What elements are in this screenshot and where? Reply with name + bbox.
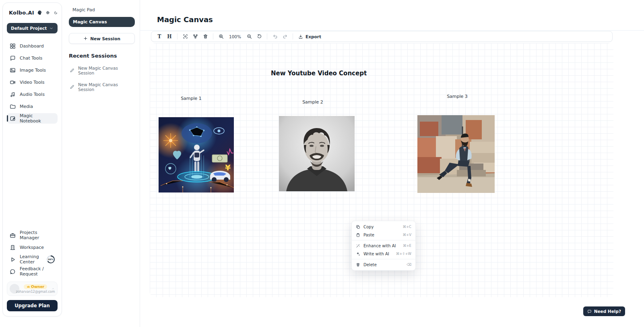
feedback-bubble-icon (10, 269, 16, 275)
magic-pad-item[interactable]: Magic Pad (69, 6, 135, 14)
sidebar-item-chat-tools[interactable]: Chat Tools (7, 53, 58, 63)
trash-icon (203, 34, 208, 39)
magic-canvas-item[interactable]: Magic Canvas (69, 17, 135, 27)
new-session-button[interactable]: New Session (69, 33, 135, 44)
menu-item-label: Copy (363, 225, 399, 229)
context-menu-copy[interactable]: Copy ⌘+C (352, 223, 415, 231)
project-selector-label: Default Project (11, 26, 47, 31)
bw-portrait-art (279, 116, 355, 191)
toolbar-divider (267, 33, 267, 39)
dark-mode-moon-icon[interactable] (54, 10, 58, 15)
zoom-in-icon (219, 34, 224, 39)
sample-3-label[interactable]: Sample 3 (447, 94, 468, 99)
sidebar-item-learning-center[interactable]: Learning Center 66% (7, 254, 58, 265)
undo-icon (272, 34, 278, 39)
menu-item-shortcut: ⌘+V (403, 233, 411, 237)
sparkles-icon (356, 252, 360, 256)
sample-2-label[interactable]: Sample 2 (302, 99, 323, 105)
video-camera-icon (10, 79, 16, 85)
logo-row: Kolbo.AI (7, 9, 58, 16)
sidebar-item-video-tools[interactable]: Video Tools (7, 77, 58, 87)
image-icon (10, 67, 16, 73)
download-icon (298, 34, 303, 39)
toolbar-divider (213, 33, 213, 39)
pencil-icon (70, 85, 74, 89)
language-globe-icon[interactable] (46, 10, 50, 15)
zoom-out-button[interactable] (245, 32, 254, 41)
sample-3-image[interactable] (417, 115, 495, 193)
sample-1-image[interactable]: ¥ (159, 117, 234, 192)
delete-tool-button[interactable] (201, 32, 210, 41)
session-list-item[interactable]: New Magic Canvas Session (69, 66, 135, 75)
building-icon (10, 244, 16, 250)
zoom-out-icon (247, 34, 252, 39)
dashboard-grid-icon (10, 43, 16, 49)
context-menu-paste[interactable]: Paste ⌘+V (352, 231, 415, 239)
crown-icon (27, 285, 30, 288)
menu-item-label: Delete (363, 263, 403, 267)
session-list-item[interactable]: New Magic Canvas Session (69, 82, 135, 92)
capture-tool-button[interactable] (181, 32, 190, 41)
text-tool-button[interactable]: T (155, 32, 164, 41)
capture-frame-icon (183, 34, 188, 39)
sidebar-item-dashboard[interactable]: Dashboard (7, 41, 58, 51)
toolbar-divider (177, 33, 178, 39)
ai-robot-collage-art: ¥ (159, 117, 234, 192)
briefcase-icon (10, 232, 16, 238)
learning-progress-value: 66% (48, 257, 54, 263)
menu-item-label: Paste (363, 233, 400, 237)
sidebar-footer-nav: Projects Manager Workspace Learning Cent… (7, 230, 58, 277)
redo-icon (283, 34, 288, 39)
sidebar-item-projects-manager[interactable]: Projects Manager (7, 230, 58, 240)
sidebar-item-label: Dashboard (20, 43, 44, 49)
sidebar-item-image-tools[interactable]: Image Tools (7, 65, 58, 75)
sidebar-item-label: Learning Center (20, 254, 42, 265)
redo-button[interactable] (281, 32, 289, 41)
heading-tool-button[interactable]: H (165, 32, 174, 41)
magic-canvas-grid[interactable]: New Youtube Video Concept Sample 1 Sampl… (150, 43, 613, 297)
canvas-heading-text[interactable]: New Youtube Video Concept (271, 70, 367, 77)
upgrade-plan-button[interactable]: Upgrade Plan (7, 300, 58, 311)
context-menu-write-with-ai[interactable]: Write with AI ⌘+⇧+W (352, 250, 415, 258)
need-help-button[interactable]: Need Help? (583, 306, 625, 316)
reset-view-button[interactable] (255, 32, 264, 41)
sidebar-item-label: Media (20, 104, 33, 109)
rotate-reset-icon (257, 34, 262, 39)
sidebar-item-label: Image Tools (20, 68, 46, 73)
menu-divider (352, 240, 415, 240)
session-name: New Magic Canvas Session (78, 82, 135, 92)
context-menu-enhance-with-ai[interactable]: Enhance with AI ⌘+E (352, 242, 415, 250)
sidebar-item-workspace[interactable]: Workspace (7, 242, 58, 252)
project-selector[interactable]: Default Project (7, 23, 58, 33)
brand-logo: Kolbo.AI (9, 10, 34, 16)
sidebar-item-label: Magic Notebook (20, 113, 55, 124)
context-menu: Copy ⌘+C Paste ⌘+V Enhance with AI ⌘+E W… (351, 221, 416, 271)
toolbar-divider (293, 33, 293, 39)
svg-text:¥: ¥ (225, 163, 231, 172)
context-menu-delete[interactable]: Delete ⌫ (352, 261, 415, 269)
user-account-chip[interactable]: Owner zoharvan12@gmail.com (7, 281, 58, 296)
export-button[interactable]: Export (296, 34, 323, 39)
session-panel: Magic Pad Magic Canvas New Session Recen… (62, 0, 140, 327)
menu-item-shortcut: ⌘+C (402, 225, 411, 229)
canvas-toolbar: T H 100% Export (151, 31, 613, 42)
chevron-down-icon (49, 26, 54, 31)
sidebar-item-feedback-request[interactable]: Feedback / Request (7, 266, 58, 277)
sidebar-item-media[interactable]: Media (7, 101, 58, 112)
sidebar-item-magic-notebook[interactable]: Magic Notebook (7, 113, 58, 124)
sidebar-item-label: Projects Manager (20, 230, 55, 240)
workflow-tool-button[interactable] (191, 32, 200, 41)
sample-2-image[interactable] (279, 116, 355, 191)
plus-icon (83, 36, 88, 41)
menu-item-shortcut: ⌫ (407, 263, 411, 267)
menu-item-label: Write with AI (363, 252, 393, 256)
text-tool-icon: T (158, 34, 161, 39)
zoom-in-button[interactable] (217, 32, 225, 41)
pencil-icon (70, 68, 74, 73)
owner-badge: Owner (24, 284, 47, 289)
learning-progress-ring: 66% (47, 255, 55, 263)
music-note-icon (10, 91, 16, 97)
sidebar-item-audio-tools[interactable]: Audio Tools (7, 89, 58, 99)
undo-button[interactable] (270, 32, 279, 41)
sample-1-label[interactable]: Sample 1 (181, 96, 202, 101)
